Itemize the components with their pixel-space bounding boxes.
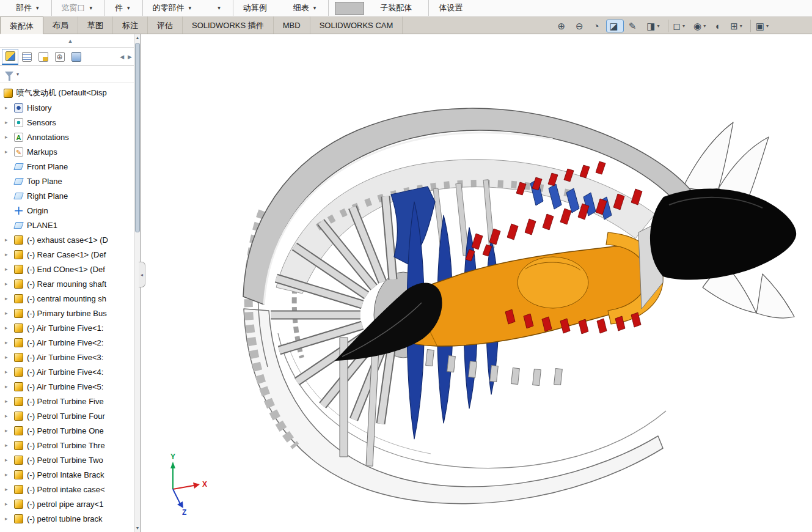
dropdown-caret-icon[interactable]: ▾: [127, 5, 130, 11]
tree-item[interactable]: ▸ (-) Air Turbine Five<5:: [0, 379, 141, 394]
ribbon-command[interactable]: 的零部件 ▾: [143, 0, 204, 16]
previous-view-button[interactable]: ◔: [590, 20, 605, 32]
tree-item[interactable]: PLANE1: [0, 218, 141, 232]
scrollbar-thumb[interactable]: [135, 43, 140, 232]
expand-icon[interactable]: ▸: [5, 427, 14, 434]
expand-icon[interactable]: ▸: [5, 149, 14, 155]
tree-item[interactable]: ▸ History: [0, 100, 141, 115]
ribbon-command[interactable]: [335, 2, 364, 15]
ribbon-command[interactable]: ▾: [203, 0, 233, 16]
tree-item[interactable]: Front Plane: [0, 159, 141, 174]
tree-item[interactable]: ▸ (-) Primary turbine Bus: [0, 306, 141, 320]
dropdown-caret-icon[interactable]: ▾: [218, 5, 221, 11]
expand-icon[interactable]: ▸: [5, 457, 14, 463]
tree-item[interactable]: ▸ (-) central mounting sh: [0, 291, 141, 306]
expand-icon[interactable]: ▸: [5, 442, 14, 448]
expand-icon[interactable]: ▸: [5, 383, 14, 390]
expand-icon[interactable]: ▸: [5, 339, 14, 345]
expand-icon[interactable]: ▸: [5, 398, 14, 404]
tree-item[interactable]: ▸ (-) Petrol Turbine Two: [0, 453, 141, 467]
tree-item[interactable]: ▸ (-) Air Turbine Five<4:: [0, 364, 141, 379]
expand-icon[interactable]: ▸: [5, 354, 14, 360]
expand-icon[interactable]: ▸: [5, 134, 14, 140]
command-tab[interactable]: 标注: [113, 17, 148, 34]
expand-icon[interactable]: ▸: [5, 325, 14, 331]
exhaust-plug[interactable]: [650, 188, 796, 279]
expand-icon[interactable]: ▸: [5, 281, 14, 287]
command-tab[interactable]: SOLIDWORKS CAM: [310, 17, 403, 34]
command-tab[interactable]: 装配体: [0, 17, 43, 34]
expand-icon[interactable]: ▸: [5, 471, 14, 478]
command-tab[interactable]: SOLIDWORKS 插件: [183, 17, 274, 34]
expand-icon[interactable]: ▸: [5, 486, 14, 492]
expand-icon[interactable]: ▸: [5, 251, 14, 257]
ribbon-command[interactable]: 件 ▾: [105, 0, 143, 16]
section-view-button[interactable]: ◪: [606, 20, 624, 32]
displaymanager-tab[interactable]: [68, 49, 84, 65]
tree-item[interactable]: ▸ (-) Petrol Turbine Five: [0, 394, 141, 408]
expand-icon[interactable]: ▸: [5, 369, 14, 375]
tree-item[interactable]: ▸ (-) Air Turbine Five<1:: [0, 320, 141, 335]
ribbon-command[interactable]: 子装配体: [370, 0, 429, 16]
ribbon-command[interactable]: 部件 ▾: [6, 0, 52, 16]
tree-item[interactable]: ▸ (-) petrol tubine brack: [0, 511, 141, 526]
command-tab[interactable]: 草图: [78, 17, 113, 34]
featuremanager-tab[interactable]: [2, 49, 18, 65]
apply-scene-button[interactable]: ⊞ ▾: [726, 20, 746, 32]
command-tab[interactable]: MBD: [274, 17, 310, 34]
tree-item[interactable]: ▸ (-) Air Turbine Five<3:: [0, 350, 141, 364]
annotation-view-button[interactable]: ✎: [625, 20, 642, 32]
expand-icon[interactable]: ▸: [5, 515, 14, 522]
panel-nav-right-icon[interactable]: ▶: [128, 54, 132, 60]
view-orientation-button[interactable]: ◻ ▾: [668, 20, 689, 32]
expand-icon[interactable]: ▸: [5, 105, 14, 111]
panel-nav-left-icon[interactable]: ◀: [120, 54, 124, 60]
tree-item[interactable]: ▸ Markups: [0, 144, 141, 159]
tree-item[interactable]: ▸ (-) Petrol intake case<: [0, 482, 141, 497]
panel-splitter-handle[interactable]: ◂: [139, 262, 145, 287]
dropdown-caret-icon[interactable]: ▾: [36, 5, 39, 11]
view-settings-button[interactable]: ▣ ▾: [750, 20, 772, 32]
ribbon-command[interactable]: 动算例: [233, 0, 283, 16]
tree-item[interactable]: ▸ (-) Petrol Turbine Thre: [0, 438, 141, 453]
tree-item[interactable]: ▸ (-) petrol pipe array<1: [0, 497, 141, 511]
expand-icon[interactable]: ▸: [5, 119, 14, 125]
scrollbar-down-icon[interactable]: ▼: [134, 525, 141, 532]
command-tab[interactable]: 评估: [148, 17, 183, 34]
tree-item[interactable]: ▸ Annotations: [0, 130, 141, 144]
dropdown-caret-icon[interactable]: ▾: [703, 23, 706, 29]
ribbon-command[interactable]: 细表 ▾: [283, 0, 329, 16]
scrollbar-up-icon[interactable]: ▲: [134, 34, 141, 42]
tree-item[interactable]: ▸ (-) Rear mouning shaft: [0, 276, 141, 291]
dropdown-caret-icon[interactable]: ▾: [740, 23, 742, 29]
expand-icon[interactable]: ▸: [5, 310, 14, 316]
configurationmanager-tab[interactable]: [35, 49, 51, 65]
command-tab[interactable]: 布局: [43, 17, 78, 34]
dropdown-caret-icon[interactable]: ▾: [766, 23, 769, 29]
expand-icon[interactable]: ▸: [5, 266, 14, 272]
tree-item[interactable]: Top Plane: [0, 174, 141, 188]
tree-item[interactable]: ▸ (-) Petrol Turbine One: [0, 423, 141, 438]
panel-scroll-strip[interactable]: ▲: [0, 34, 141, 48]
dimxpertmanager-tab[interactable]: [51, 49, 68, 65]
tree-item[interactable]: ▸ Sensors: [0, 115, 141, 130]
dropdown-caret-icon[interactable]: ▾: [90, 5, 93, 11]
expand-icon[interactable]: ▸: [5, 237, 14, 243]
ribbon-command[interactable]: 览窗口 ▾: [52, 0, 106, 16]
dropdown-caret-icon[interactable]: ▾: [657, 23, 660, 29]
dropdown-caret-icon[interactable]: ▾: [313, 5, 316, 11]
tree-item[interactable]: Origin: [0, 203, 141, 218]
dropdown-caret-icon[interactable]: ▾: [682, 23, 685, 29]
zoom-to-fit-button[interactable]: ⊕: [554, 20, 571, 32]
tree-item[interactable]: ▸ (-) exhaust case<1> (D: [0, 232, 141, 247]
tree-item[interactable]: ▸ (-) Petrol Turbine Four: [0, 408, 141, 423]
tree-item[interactable]: Right Plane: [0, 188, 141, 203]
tree-item[interactable]: ▸ (-) Petrol Intake Brack: [0, 467, 141, 482]
zoom-area-button[interactable]: ⊖: [572, 20, 589, 32]
filter-dropdown-icon[interactable]: ▾: [16, 72, 19, 77]
ribbon-command[interactable]: 体设置: [429, 0, 479, 16]
tree-item[interactable]: 喷气发动机 (Default<Disp: [0, 86, 141, 100]
appearance-button[interactable]: ◖: [711, 20, 725, 32]
expand-icon[interactable]: ▸: [5, 501, 14, 507]
tree-item[interactable]: ▸ (-) End COne<1> (Def: [0, 262, 141, 276]
